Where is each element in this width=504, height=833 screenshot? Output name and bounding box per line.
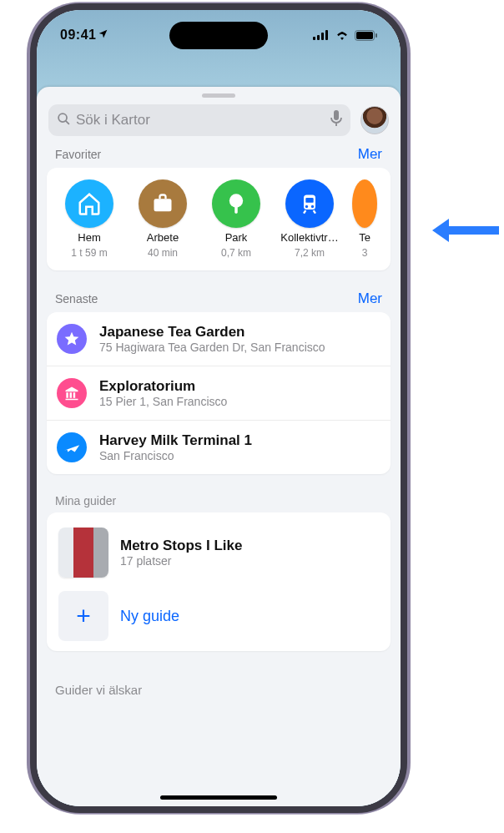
recent-row[interactable]: Harvey Milk Terminal 1 San Francisco [47, 420, 391, 474]
favorite-work[interactable]: Arbete 40 min [127, 179, 199, 259]
recents-title: Senaste [55, 292, 98, 305]
new-guide-button[interactable]: + Ny guide [57, 584, 381, 648]
phone-frame: 09:41 [30, 3, 407, 813]
battery-icon [355, 30, 377, 41]
screen: 09:41 [37, 10, 401, 806]
dynamic-island [169, 22, 268, 49]
train-icon [285, 179, 334, 228]
guide-thumbnail [58, 528, 108, 578]
annotation-arrow [431, 205, 501, 255]
location-arrow-icon [98, 28, 108, 43]
favorite-park[interactable]: Park 0,7 km [200, 179, 272, 259]
svg-point-15 [311, 205, 314, 208]
home-icon [65, 179, 113, 228]
search-placeholder: Sök i Kartor [76, 112, 150, 129]
svg-rect-0 [313, 37, 315, 40]
favorite-home[interactable]: Hem 1 t 59 m [53, 179, 125, 259]
svg-marker-18 [432, 219, 449, 242]
svg-point-11 [229, 194, 243, 207]
extra-icon [352, 179, 377, 228]
mic-icon[interactable] [330, 110, 342, 130]
svg-rect-16 [305, 198, 313, 203]
guides-title: Mina guider [55, 494, 116, 507]
svg-rect-6 [375, 33, 377, 38]
plus-icon: + [58, 591, 108, 641]
guide-row[interactable]: Metro Stops I Like 17 platser [57, 521, 381, 584]
museum-icon [57, 378, 87, 408]
favorite-extra[interactable]: Te 3 [347, 179, 382, 259]
home-indicator[interactable] [160, 795, 277, 800]
svg-rect-9 [334, 110, 339, 120]
plane-icon [57, 432, 87, 462]
favorites-scroll[interactable]: Hem 1 t 59 m Arbete 40 min [47, 168, 391, 270]
star-icon [57, 324, 87, 354]
cellular-signal-icon [313, 30, 330, 40]
svg-rect-1 [317, 35, 320, 40]
briefcase-icon [139, 179, 187, 228]
profile-avatar[interactable] [360, 106, 389, 134]
svg-point-7 [58, 114, 67, 122]
search-icon [57, 112, 71, 129]
favorite-transit[interactable]: Kollektivtr… 7,2 km [274, 179, 345, 259]
favorites-more-link[interactable]: Mer [358, 146, 382, 163]
svg-rect-2 [321, 33, 324, 40]
status-time: 09:41 [60, 28, 96, 43]
svg-line-8 [66, 120, 69, 124]
sheet-grabber[interactable] [202, 93, 235, 98]
svg-rect-12 [234, 205, 238, 213]
search-sheet: Sök i Kartor Favoriter Mer [37, 87, 401, 806]
recents-card: Japanese Tea Garden 75 Hagiwara Tea Gard… [47, 312, 391, 474]
recents-more-link[interactable]: Mer [358, 290, 382, 307]
wifi-icon [335, 30, 350, 40]
tree-icon [212, 179, 260, 228]
svg-rect-10 [154, 199, 172, 211]
guides-card: Metro Stops I Like 17 platser + Ny guide [47, 512, 391, 651]
recent-row[interactable]: Exploratorium 15 Pier 1, San Francisco [47, 366, 391, 420]
svg-rect-3 [325, 30, 328, 40]
favorites-card: Hem 1 t 59 m Arbete 40 min [47, 168, 391, 270]
favorites-title: Favoriter [55, 148, 101, 161]
svg-point-14 [305, 205, 308, 208]
svg-rect-5 [356, 32, 373, 39]
search-field[interactable]: Sök i Kartor [48, 104, 350, 136]
guides-we-love-title: Guider vi älskar [37, 671, 401, 697]
recent-row[interactable]: Japanese Tea Garden 75 Hagiwara Tea Gard… [47, 312, 391, 366]
